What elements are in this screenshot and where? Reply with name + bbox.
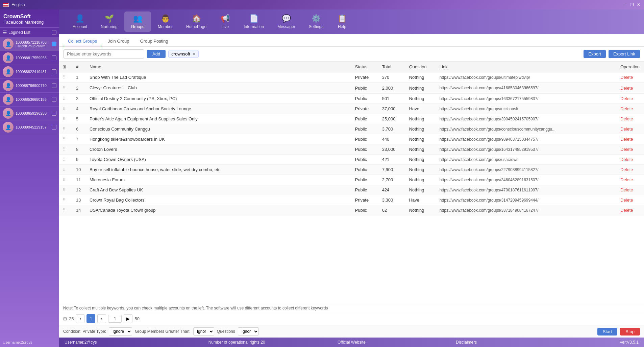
row-operation: Delete: [617, 114, 644, 124]
row-num: 1: [73, 72, 86, 83]
sidebar-user-item[interactable]: 👤 100088536680186: [0, 93, 59, 107]
user-checkbox[interactable]: [52, 111, 56, 116]
row-status: Private: [352, 195, 379, 205]
nav-item-member[interactable]: 👨 Member: [151, 11, 179, 32]
delete-button[interactable]: Delete: [620, 126, 633, 132]
delete-button[interactable]: Delete: [620, 147, 633, 152]
user-info: 100088536680186: [16, 97, 50, 101]
row-total: 2,000: [379, 83, 406, 94]
nav-item-groups[interactable]: 👥 Groups: [124, 11, 151, 32]
delete-button[interactable]: Delete: [620, 187, 633, 192]
user-checkbox[interactable]: [52, 83, 56, 88]
sidebar-user-item[interactable]: 👤 100088571118706 CollentGroup:crown: [0, 37, 59, 51]
user-checkbox[interactable]: [52, 125, 56, 130]
row-status: Public: [352, 83, 379, 94]
nav-item-nurturing[interactable]: 🌱 Nurturing: [94, 11, 124, 32]
row-operation: Delete: [617, 205, 644, 215]
table-row: ⠿ 11 Micronesia Forum Public 2,700 Nothi…: [59, 175, 644, 185]
close-button[interactable]: ✕: [636, 2, 641, 7]
questions-select[interactable]: Ignor: [238, 327, 259, 336]
row-status: Public: [352, 94, 379, 104]
page-1-button[interactable]: 1: [86, 314, 95, 323]
row-total: 440: [379, 134, 406, 144]
user-group: CollentGroup:crown: [16, 44, 50, 48]
row-name: Shop With The Lad Craftique: [86, 72, 352, 83]
table-row: ⠿ 14 USA/Canada Toyota Crown group Publi…: [59, 205, 644, 215]
status-version: Ver:V3.5.1: [524, 340, 639, 345]
tab-join-group[interactable]: Join Group: [103, 37, 134, 46]
user-id: 100088786900770: [16, 84, 50, 88]
row-num: 14: [73, 205, 86, 215]
private-type-select[interactable]: Ignore: [109, 327, 132, 336]
sidebar-user-item[interactable]: 👤 100088817559958: [0, 51, 59, 65]
delete-button[interactable]: Delete: [620, 177, 633, 182]
restore-button[interactable]: ❐: [629, 2, 635, 7]
add-button[interactable]: Add: [147, 50, 166, 58]
tab-group-posting[interactable]: Group Posting: [135, 37, 173, 46]
page-prev-button[interactable]: ‹: [76, 314, 84, 323]
row-num: 10: [73, 165, 86, 175]
avatar: 👤: [3, 66, 14, 77]
row-link: https://www.facebook.com/groups/16431748…: [436, 144, 617, 155]
tag-close-icon[interactable]: ✕: [192, 52, 196, 56]
user-id: 100088659196250: [16, 111, 50, 115]
delete-button[interactable]: Delete: [620, 116, 633, 121]
minimize-button[interactable]: ─: [622, 2, 628, 7]
sidebar-user-item[interactable]: 👤 100089045229157: [0, 120, 59, 134]
nav-item-homepage[interactable]: 🏠 HomePage: [179, 11, 213, 32]
homepage-label: HomePage: [186, 24, 206, 29]
delete-button[interactable]: Delete: [620, 106, 633, 111]
col-total-header: Total: [379, 62, 406, 72]
nav-item-live[interactable]: 📢 Live: [213, 11, 237, 32]
page-jump-input[interactable]: [108, 315, 122, 323]
note-text: Note: To collect multiple keywords, you …: [63, 306, 328, 310]
titlebar-controls: ─ ❐ ✕: [622, 2, 641, 7]
status-website: Official Website: [294, 340, 409, 345]
user-checkbox[interactable]: [52, 69, 56, 74]
groups-icon: 👥: [133, 14, 142, 23]
search-input[interactable]: [63, 49, 144, 59]
tab-collect-groups[interactable]: Collect Groups: [63, 37, 102, 46]
avatar: 👤: [3, 80, 14, 91]
tab-bar: Collect GroupsJoin GroupGroup Posting: [59, 34, 644, 47]
page-next-button[interactable]: ›: [97, 314, 106, 323]
nav-item-settings[interactable]: ⚙️ Settings: [302, 11, 330, 32]
delete-button[interactable]: Delete: [620, 75, 633, 80]
delete-button[interactable]: Delete: [620, 137, 633, 142]
row-link: https://www.facebook.com/groups/31472094…: [436, 195, 617, 205]
sidebar-user-item[interactable]: 👤 100088822419481: [0, 65, 59, 79]
export-button[interactable]: Export: [584, 50, 606, 58]
delete-button[interactable]: Delete: [620, 208, 633, 213]
row-link: https://www.facebook.com/groups/34604628…: [436, 175, 617, 185]
groups-label: Groups: [131, 24, 144, 29]
stop-button[interactable]: Stop: [620, 328, 640, 336]
members-greater-select[interactable]: Ignor: [193, 327, 214, 336]
row-link: https://www.facebook.com/groups/39045024…: [436, 114, 617, 124]
account-icon: 👤: [75, 14, 84, 23]
export-link-button[interactable]: Export Link: [609, 50, 640, 58]
app-subtitle: FaceBook Marketing: [3, 20, 56, 25]
sidebar-user-item[interactable]: 👤 100088659196250: [0, 107, 59, 120]
user-info: 100088571118706 CollentGroup:crown: [16, 40, 50, 48]
delete-button[interactable]: Delete: [620, 157, 633, 162]
nav-item-help[interactable]: 📋 Help: [330, 11, 354, 32]
page-go-button[interactable]: ▶: [124, 314, 132, 323]
nav-item-account[interactable]: 👤 Account: [66, 11, 94, 32]
row-name: Crown Royal Bag Collectors: [86, 195, 352, 205]
condition-label-3: Questions: [217, 329, 235, 334]
avatar: 👤: [3, 52, 14, 63]
user-checkbox[interactable]: [52, 97, 56, 102]
sidebar-user-item[interactable]: 👤 100088786900770: [0, 79, 59, 93]
delete-button[interactable]: Delete: [620, 86, 633, 91]
delete-button[interactable]: Delete: [620, 167, 633, 172]
user-checkbox[interactable]: [52, 55, 56, 60]
nav-item-information[interactable]: 📄 Information: [237, 11, 271, 32]
nav-item-messager[interactable]: 💬 Messager: [271, 11, 302, 32]
user-checkbox[interactable]: [52, 42, 56, 46]
start-button[interactable]: Start: [597, 328, 617, 336]
select-all-checkbox[interactable]: [52, 30, 56, 35]
row-question: Nothing: [406, 134, 436, 144]
delete-button[interactable]: Delete: [620, 96, 633, 101]
settings-label: Settings: [309, 24, 323, 29]
delete-button[interactable]: Delete: [620, 198, 633, 203]
